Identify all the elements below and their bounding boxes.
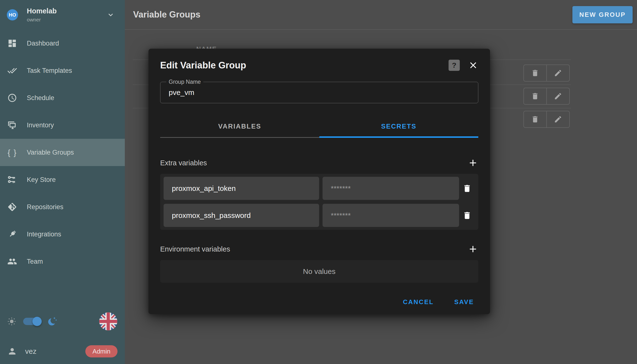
sidebar-item-label: Dashboard [27, 40, 59, 47]
sidebar-item-variable-groups[interactable]: { } Variable Groups [0, 139, 125, 166]
page-title: Variable Groups [133, 10, 572, 20]
close-button[interactable] [468, 60, 478, 70]
pencil-icon [554, 115, 562, 124]
tab-variables[interactable]: VARIABLES [160, 115, 319, 138]
sidebar-item-label: Integrations [27, 230, 61, 238]
sidebar-item-label: Inventory [27, 122, 54, 129]
double-check-icon [7, 66, 18, 76]
toggle-knob[interactable] [33, 317, 42, 326]
user-row[interactable]: vez Admin [7, 345, 117, 358]
trash-icon [531, 69, 539, 77]
pencil-icon [554, 92, 562, 100]
sidebar-menu: Dashboard Task Templates Schedule Invent… [0, 30, 125, 275]
trash-icon [531, 115, 539, 124]
help-button[interactable]: ? [449, 60, 460, 71]
project-avatar: HO [7, 9, 18, 20]
sidebar: HO Homelab owner Dashboard Task Template… [0, 0, 125, 364]
dialog-header: Edit Variable Group ? [160, 49, 478, 72]
variable-value-input[interactable] [323, 177, 459, 200]
extra-variables-title: Extra variables [160, 159, 207, 167]
topbar: Variable Groups NEW GROUP [125, 0, 637, 30]
tab-secrets[interactable]: SECRETS [319, 115, 479, 138]
clock-icon [7, 93, 18, 103]
sidebar-item-team[interactable]: Team [0, 248, 125, 275]
language-flag-uk[interactable] [99, 312, 117, 330]
project-switcher[interactable]: HO Homelab owner [0, 0, 125, 30]
braces-icon: { } [7, 148, 18, 157]
monitor-icon [7, 120, 18, 130]
person-icon [7, 346, 17, 356]
sidebar-item-label: Team [27, 258, 43, 266]
delete-button[interactable] [524, 111, 546, 127]
table-row-actions [523, 88, 570, 105]
project-role: owner [27, 17, 57, 23]
sidebar-item-schedule[interactable]: Schedule [0, 84, 125, 112]
sidebar-item-key-store[interactable]: Key Store [0, 166, 125, 193]
chevron-down-icon [106, 10, 115, 19]
dialog-tabs: VARIABLES SECRETS [160, 115, 478, 138]
project-name: Homelab [27, 7, 57, 15]
plug-icon [7, 229, 18, 239]
dialog-title: Edit Variable Group [160, 60, 449, 70]
trash-icon [463, 211, 472, 220]
edit-variable-group-dialog: Edit Variable Group ? Group Name VARIABL… [148, 49, 490, 314]
delete-variable-button[interactable] [459, 184, 475, 193]
keys-icon [7, 175, 18, 184]
add-environment-variable-button[interactable] [468, 244, 478, 254]
sidebar-item-inventory[interactable]: Inventory [0, 112, 125, 139]
plus-icon [468, 244, 478, 254]
moon-icon [47, 316, 58, 327]
group-name-field: Group Name [160, 82, 478, 103]
sidebar-item-task-templates[interactable]: Task Templates [0, 57, 125, 84]
environment-variables-header: Environment variables [160, 244, 478, 255]
new-group-button[interactable]: NEW GROUP [572, 6, 632, 23]
dialog-actions: CANCEL SAVE [160, 296, 478, 308]
sidebar-item-repositories[interactable]: Repositories [0, 193, 125, 220]
theme-switcher [7, 316, 58, 327]
sidebar-item-label: Repositories [27, 203, 63, 211]
sun-icon [7, 316, 17, 326]
variable-key-input[interactable] [164, 177, 319, 200]
table-row-actions [523, 111, 570, 128]
delete-variable-button[interactable] [459, 211, 475, 220]
sidebar-item-label: Task Templates [27, 67, 72, 74]
extra-variables-list [160, 174, 478, 230]
cancel-button[interactable]: CANCEL [403, 298, 434, 306]
variable-row [164, 204, 475, 227]
variable-key-input[interactable] [164, 204, 319, 227]
sidebar-item-integrations[interactable]: Integrations [0, 220, 125, 248]
admin-badge: Admin [85, 345, 117, 358]
plus-icon [468, 158, 478, 168]
edit-button[interactable] [546, 111, 569, 127]
delete-button[interactable] [524, 88, 546, 104]
environment-variables-empty: No values [160, 260, 478, 283]
close-icon [468, 60, 478, 70]
dark-mode-toggle[interactable] [23, 318, 42, 325]
dashboard-icon [7, 38, 18, 48]
group-name-label: Group Name [166, 79, 203, 85]
save-button[interactable]: SAVE [454, 298, 474, 306]
sidebar-item-label: Key Store [27, 176, 56, 184]
user-name: vez [25, 347, 37, 356]
trash-icon [463, 184, 472, 193]
pencil-icon [554, 69, 562, 77]
table-row-actions [523, 64, 570, 82]
environment-variables-title: Environment variables [160, 245, 230, 253]
trash-icon [531, 92, 539, 100]
project-text: Homelab owner [27, 7, 57, 22]
sidebar-item-dashboard[interactable]: Dashboard [0, 30, 125, 57]
sidebar-item-label: Variable Groups [27, 149, 74, 156]
variable-value-input[interactable] [323, 204, 459, 227]
git-icon [7, 202, 18, 212]
edit-button[interactable] [546, 88, 569, 104]
variable-row [164, 177, 475, 200]
add-extra-variable-button[interactable] [468, 158, 478, 168]
group-name-input[interactable] [160, 82, 478, 103]
delete-button[interactable] [524, 65, 546, 81]
sidebar-item-label: Schedule [27, 94, 54, 102]
edit-button[interactable] [546, 65, 569, 81]
extra-variables-header: Extra variables [160, 157, 478, 168]
people-icon [7, 257, 18, 266]
